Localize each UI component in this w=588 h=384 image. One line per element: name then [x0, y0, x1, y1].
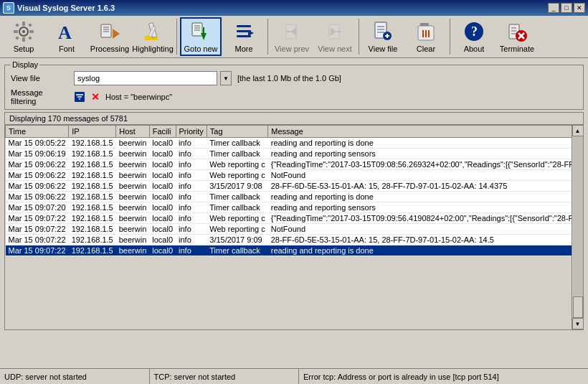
status-pane-1: UDP: server not started	[0, 369, 150, 384]
col-header-facility: Facili	[149, 126, 176, 138]
table-row[interactable]: Mar 15 09:05:22192.168.1.5beerwinlocal0i…	[6, 138, 572, 149]
svg-rect-4	[14, 30, 18, 33]
viewfile-row: View file syslog ▼ [the last 1.0 Mb of t…	[11, 71, 577, 85]
table-row[interactable]: Mar 15 09:06:19192.168.1.5beerwinlocal0i…	[6, 149, 572, 159]
maximize-button[interactable]: □	[561, 3, 572, 13]
table-cell: info	[176, 138, 207, 149]
table-cell: 192.168.1.5	[69, 235, 116, 245]
highlighting-button[interactable]: Highlighting	[132, 17, 174, 56]
table-row[interactable]: Mar 15 09:06:22192.168.1.5beerwinlocal0i…	[6, 181, 572, 192]
more-button[interactable]: More	[223, 17, 265, 56]
table-cell: Timer callback	[207, 245, 267, 256]
terminate-icon	[506, 20, 528, 43]
svg-rect-9	[28, 36, 32, 40]
table-row[interactable]: Mar 15 09:07:22192.168.1.5beerwinlocal0i…	[6, 245, 572, 256]
table-cell: Mar 15 09:07:22	[6, 224, 69, 235]
col-header-ip: IP	[69, 126, 116, 138]
table-cell: local0	[149, 213, 176, 224]
table-cell: Timer callback	[207, 192, 267, 202]
scrollbar-thumb[interactable]	[573, 296, 583, 318]
table-row[interactable]: Mar 15 09:06:22192.168.1.5beerwinlocal0i…	[6, 159, 572, 170]
viewfile-label: View file	[369, 45, 398, 53]
filter-remove-button[interactable]: ✕	[91, 91, 100, 103]
scrollbar-down-arrow[interactable]: ▼	[572, 318, 584, 329]
table-cell: info	[176, 159, 207, 170]
gotonew-button[interactable]: Goto new	[180, 17, 222, 56]
viewfile-button[interactable]: View file	[362, 17, 404, 56]
setup-icon	[12, 20, 35, 43]
viewfile-combobox[interactable]: syslog	[74, 71, 217, 85]
messagefiltering-label: Message filtering	[11, 88, 68, 106]
table-cell: {"ReadingTime":"2017-03-15T09:08:56.2693…	[268, 159, 572, 170]
viewfile-dropdown-arrow[interactable]: ▼	[220, 71, 232, 85]
table-cell: info	[176, 181, 207, 192]
table-row[interactable]: Mar 15 09:07:22192.168.1.5beerwinlocal0i…	[6, 235, 572, 245]
viewfile-combo: syslog ▼	[74, 71, 232, 85]
highlighting-label: Highlighting	[132, 45, 173, 53]
table-cell: info	[176, 170, 207, 181]
table-cell: 192.168.1.5	[69, 224, 116, 235]
viewfile-icon	[371, 20, 394, 43]
table-cell: Mar 15 09:06:22	[6, 192, 69, 202]
file-info: [the last 1.0 Mb of the 1.0 Gb]	[237, 74, 341, 83]
setup-button[interactable]: Setup	[3, 17, 44, 56]
table-cell: 192.168.1.5	[69, 181, 116, 192]
table-cell: Web reporting c	[207, 213, 267, 224]
table-cell: Mar 15 09:06:22	[6, 181, 69, 192]
display-section: Display View file syslog ▼ [the last 1.0…	[4, 60, 584, 110]
table-cell: reading and reporting is done	[268, 192, 572, 202]
table-row[interactable]: Mar 15 09:07:22192.168.1.5beerwinlocal0i…	[6, 224, 572, 235]
clear-button[interactable]: Clear	[405, 17, 447, 56]
svg-rect-3	[22, 37, 25, 42]
svg-rect-19	[192, 23, 202, 36]
font-button[interactable]: A Font	[46, 17, 87, 56]
viewnext-button[interactable]: View next	[314, 17, 356, 56]
toolbar-separator-1	[176, 19, 177, 55]
table-cell: local0	[149, 245, 176, 256]
table-cell: Mar 15 09:06:22	[6, 170, 69, 181]
close-button[interactable]: ✕	[574, 3, 585, 13]
processing-button[interactable]: Processing	[89, 17, 131, 56]
table-cell: 28-FF-6D-5E-53-15-01-AA: 15, 28-FF-7D-97…	[268, 181, 572, 192]
table-cell: local0	[149, 149, 176, 159]
window-title: Visual Syslog Server 1.6.3	[17, 4, 115, 12]
messages-table: Time IP Host Facili Priority Tag Message…	[5, 125, 572, 256]
filter-icon	[74, 91, 85, 103]
title-bar-controls: _ □ ✕	[548, 3, 585, 13]
viewfile-row-label: View file	[11, 74, 68, 83]
about-icon: ?	[463, 20, 485, 43]
table-cell: reading and reporting sensors	[268, 202, 572, 213]
scrollbar-track[interactable]	[573, 136, 583, 318]
table-cell: local0	[149, 235, 176, 245]
table-cell: Mar 15 09:07:22	[6, 235, 69, 245]
table-cell: info	[176, 192, 207, 202]
status-bar: UDP: server not started TCP: server not …	[0, 368, 588, 384]
toolbar-separator-3	[359, 19, 359, 55]
scrollbar-up-arrow[interactable]: ▲	[572, 125, 584, 136]
terminate-button[interactable]: Terminate	[496, 17, 538, 56]
table-row[interactable]: Mar 15 09:06:22192.168.1.5beerwinlocal0i…	[6, 170, 572, 181]
table-cell: Timer callback	[207, 202, 267, 213]
table-inner: Time IP Host Facili Priority Tag Message…	[5, 125, 572, 329]
font-label: Font	[59, 45, 75, 53]
clear-icon	[414, 20, 437, 43]
table-cell: beerwin	[116, 181, 150, 192]
filter-condition: Host = "beerwinpc"	[105, 93, 172, 101]
table-row[interactable]: Mar 15 09:07:20192.168.1.5beerwinlocal0i…	[6, 202, 572, 213]
table-row[interactable]: Mar 15 09:07:22192.168.1.5beerwinlocal0i…	[6, 213, 572, 224]
table-cell: beerwin	[116, 149, 150, 159]
about-button[interactable]: ? About	[453, 17, 495, 56]
viewnext-label: View next	[318, 45, 352, 53]
table-cell: 3/15/2017 9:09	[207, 235, 267, 245]
table-cell: 192.168.1.5	[69, 213, 116, 224]
minimize-button[interactable]: _	[548, 3, 559, 13]
toolbar-separator-4	[450, 19, 450, 55]
table-cell: {"ReadingTime":"2017-03-15T09:09:56.4190…	[268, 213, 572, 224]
table-cell: beerwin	[116, 245, 150, 256]
table-row[interactable]: Mar 15 09:06:22192.168.1.5beerwinlocal0i…	[6, 192, 572, 202]
svg-rect-6	[15, 23, 19, 27]
svg-text:A: A	[58, 22, 72, 43]
status-pane-3: Error tcp: Address or port is already in…	[299, 369, 588, 384]
viewprev-button[interactable]: View prev	[271, 17, 313, 56]
table-cell: beerwin	[116, 192, 150, 202]
